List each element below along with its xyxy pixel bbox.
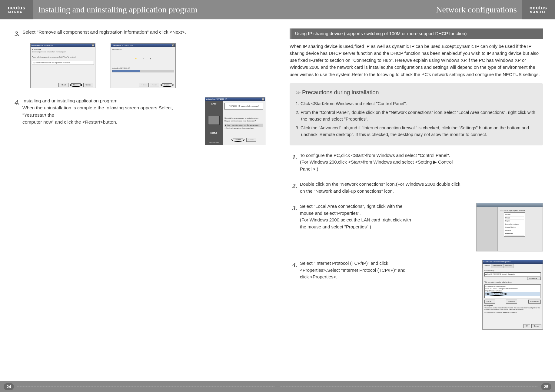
rstep-3-num: 3. [290,203,300,251]
footer-dots [17,387,274,387]
cancel-button[interactable]: Cancel [83,83,93,87]
step3-screens: Uninstalling NCT-2000-XP× NCT-2000-XP Se… [30,43,265,88]
step-3-text: Select "Remove all componenst and regist… [22,28,265,38]
folder-icon: 📁 [135,58,137,60]
footer-dots [281,387,538,387]
step-4-text: Installing and uninstalling application … [22,97,196,140]
brand-name: neotus [8,5,25,11]
step-4: 4. Installing and uninstalling applicati… [12,97,196,140]
rstep-4: 4. Select "Internet Protocol (TCP/IP)" a… [290,260,543,330]
rstep-1: 1. To configure the PC,click <Start>from… [290,152,543,173]
arrow-icon: ⤳ [143,58,144,60]
tab-advanced[interactable]: Advanced [504,264,513,268]
rstep-3: 3. Select "Local Area connections", righ… [290,203,543,251]
logo-right: neotus MANUAL [522,0,555,19]
progress-bar [112,70,174,72]
tab-general[interactable]: General [483,264,491,268]
logo-left: neotus MANUAL [0,0,33,19]
header-title-right: Network configurations [431,5,522,15]
close-icon[interactable]: × [262,98,264,101]
header-left: neotus MANUAL Installing and uninstallin… [0,0,278,19]
header-right: Network configurations neotus MANUAL [278,0,555,19]
rstep-2: 2. Double click on the "Network connecti… [290,181,543,194]
uninstall-dialog-2: Uninstalling NCT-2000-XP× NCT-2000-XP 📁 … [111,43,176,88]
uninstall-dialog-1: Uninstalling NCT-2000-XP× NCT-2000-XP Se… [30,43,95,88]
next-button-disabled: Next > [150,83,160,87]
trash-icon: 🗑 [150,58,151,60]
close-icon[interactable]: × [92,44,94,47]
win1-sub: Select components to remove from your Co… [32,51,94,53]
rstep-4-num: 4. [290,260,300,330]
uninstall-button[interactable]: Uninstall [506,300,517,304]
restart-dialog: Uninstalling NCT-2000-XP× Erae neotus ww… [205,97,265,145]
section-subhead: Using IP sharing device (supports switch… [290,28,543,39]
footer-right: 25 [278,381,555,392]
back-button[interactable]: < Back [58,83,68,87]
context-menu: Disable Status Repair Bridge Connections… [504,212,525,237]
rstep-1-num: 1. [290,152,300,173]
win1-option: Uninstall All components and registratio… [35,62,70,64]
win2-title: Uninstalling NCT-2000-XP [112,44,133,47]
header-title-left: Installing and uninstalling application … [33,5,202,15]
restart-opt2: No, I will restart my Computer later [226,127,254,129]
erae-logo: Erae [211,102,217,106]
cancel-button-disabled: Cancel [246,138,256,142]
prop-title: Local Area Connection Properties [484,261,510,263]
cancel-button[interactable]: Cancel [531,324,541,328]
restart-opt1: Yes, I want to restart my Computer now [227,124,259,126]
close-icon[interactable]: × [172,44,174,47]
next-button[interactable]: Next > [71,83,81,86]
precaution-1: 1. Click <Start>from Windows and select … [296,100,537,107]
restart-msg1: NCT-2000-XP successfully removed! [224,103,263,110]
restart-url: www.erae.com [209,141,219,144]
win2-progress-label: Uninstalling NCT-2000-XP [112,67,174,70]
prop-connect-label: Connect using: [484,270,541,272]
restart-msg2: Uninstall program needs to restart syste… [224,117,263,122]
content-left: 3. Select "Remove all componenst and reg… [0,19,278,163]
ok-button[interactable]: OK [523,324,530,328]
rstep-1-text: To configure the PC,click <Start>from Wi… [300,152,464,173]
precaution-3: 3. Click the "Advanced" tab,and if "Inte… [296,125,537,138]
rstep-3-text: Select "Local Area connections", right c… [300,203,415,251]
rstep-2-num: 2. [290,181,300,194]
precautions-box: Precautions during installation 1. Click… [290,83,543,145]
win2-head: NCT-2000-XP [112,48,174,51]
install-button[interactable]: Install... [484,300,495,304]
brand-sub: MANUAL [530,11,547,14]
prop-items-list[interactable]: ☑ Client for Microsoft Networks ☑ File a… [484,284,541,298]
prop-notify[interactable]: Show icon in notification area when conn… [486,311,517,313]
page-left: neotus MANUAL Installing and uninstallin… [0,0,278,392]
page-num-right: 25 [541,383,551,390]
step-4-num: 4. [12,97,22,140]
precaution-2: 2. From the "Control Panel", double clic… [296,109,537,123]
win1-title: Uninstalling NCT-2000-XP [32,44,53,47]
step-4-row: 4. Installing and uninstalling applicati… [12,97,265,145]
cancel-button[interactable]: Cancel [162,83,172,86]
intro-text: When IP sharing device is used,fixed IP … [290,43,543,78]
network-connections-screenshot: 🖧 LAN or High-Speed Internet Disable Sta… [476,203,543,251]
prop-adapter: Intel(R) PRO/100 VE Network Connection [487,273,515,275]
page-right: Network configurations neotus MANUAL Usi… [278,0,555,392]
restart-sidebar: Erae neotus www.erae.com [205,101,223,145]
manual-spread: neotus MANUAL Installing and uninstallin… [0,0,555,392]
restart-brand2: neotus [211,131,218,135]
rstep-2-text: Double click on the "Network connections… [300,181,464,194]
configure-button[interactable]: Configure... [527,277,541,280]
properties-button[interactable]: Properties [528,300,541,304]
prop-desc: Transmission Control Protocol/Internet P… [484,307,541,311]
precautions-title: Precautions during installation [296,88,537,97]
prop-uses: This connection uses the following items… [484,281,541,284]
win1-head: NCT-2000-XP [32,48,94,51]
win1-prompt: Please select components to remove and c… [32,56,94,58]
page-num-left: 24 [4,383,14,390]
brand-name: neotus [530,5,547,11]
content-right: Using IP sharing device (supports switch… [278,19,555,356]
rstep-4-text: Select "Internet Protocol (TCP/IP)" and … [300,260,415,330]
back-button-disabled: < Back [139,83,149,87]
lan-properties-dialog: Local Area Connection Properties General… [482,260,543,330]
restart-button[interactable]: Restart [233,138,243,141]
tab-auth[interactable]: Authentication [491,264,504,268]
monitor-icon [208,116,220,125]
restart-title: Uninstalling NCT-2000-XP [206,98,227,101]
step-3-num: 3. [12,28,22,38]
